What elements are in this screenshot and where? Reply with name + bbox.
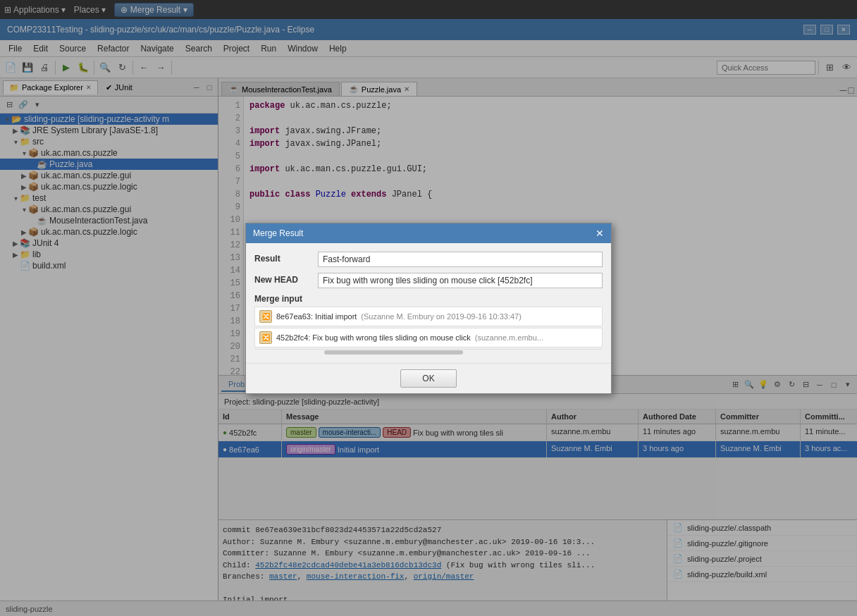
merge-commit-detail-2: (suzanne.m.embu... [475, 333, 543, 342]
ok-button[interactable]: OK [400, 369, 456, 388]
scroll-thumb[interactable] [324, 350, 464, 355]
merge-dialog: Merge Result ✕ Result Fast-forward New H… [245, 223, 612, 394]
result-label: Result [254, 252, 318, 264]
merge-commit-icon-2: 🔀 [259, 331, 272, 344]
scrollbar-area [254, 349, 603, 355]
dialog-footer: OK [246, 363, 611, 393]
merge-commit-detail-1: (Suzanne M. Embury on 2019-09-16 10:33:4… [361, 312, 521, 321]
merge-input-label: Merge input [254, 294, 603, 304]
merge-dialog-title-text: Merge Result [253, 228, 303, 238]
result-row: Result Fast-forward [254, 252, 603, 267]
merge-input-section: Merge input 🔀 8e67ea63: Initial import (… [254, 294, 603, 355]
merge-commit-item-1: 🔀 8e67ea63: Initial import (Suzanne M. E… [254, 307, 603, 326]
modal-overlay: Merge Result ✕ Result Fast-forward New H… [0, 0, 857, 616]
merge-commit-hash-1: 8e67ea63: Initial import [276, 312, 357, 321]
merge-dialog-body: Result Fast-forward New HEAD Fix bug wit… [246, 243, 611, 363]
new-head-row: New HEAD Fix bug with wrong tiles slidin… [254, 273, 603, 288]
result-value: Fast-forward [318, 252, 603, 267]
new-head-value: Fix bug with wrong tiles sliding on mous… [318, 273, 603, 288]
merge-dialog-close[interactable]: ✕ [596, 228, 604, 239]
merge-commit-item-2: 🔀 452b2fc4: Fix bug with wrong tiles sli… [254, 328, 603, 347]
merge-commit-icon-1: 🔀 [259, 310, 272, 323]
new-head-label: New HEAD [254, 273, 318, 285]
merge-dialog-title: Merge Result ✕ [246, 223, 611, 243]
merge-commit-hash-2: 452b2fc4: Fix bug with wrong tiles slidi… [276, 333, 471, 342]
